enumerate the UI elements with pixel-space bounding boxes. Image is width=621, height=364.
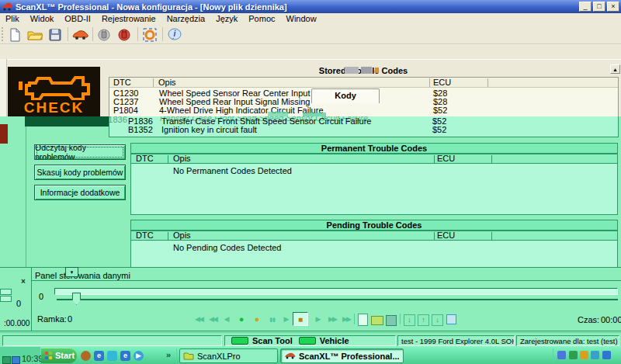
frame-value: 0 (68, 314, 72, 324)
col-header-opis[interactable]: Opis (173, 154, 191, 163)
tab-strip: Diagnostyka Performance Tablice rozdziel… (0, 44, 621, 59)
menu-window[interactable]: Window (281, 13, 322, 24)
clear-codes-button[interactable]: Skasuj kody problemów (34, 165, 126, 180)
stop-button-active[interactable]: ■ (293, 312, 308, 326)
taskbar-button-scanxlpro-folder[interactable]: ScanXLPro (179, 348, 278, 363)
new-file-icon[interactable] (6, 26, 23, 43)
divider (168, 155, 168, 164)
data-control-panel-title: Panel sterowania danymi (35, 271, 130, 280)
menu-obd2[interactable]: OBD-II (59, 13, 96, 24)
export-csv-icon[interactable]: ↓ (404, 314, 415, 326)
skip-to-end-icon[interactable]: ▶▶ (340, 314, 352, 325)
menu-plik[interactable]: Plik (0, 13, 25, 24)
pending-table-body: No Pending Codes Detected (130, 241, 618, 268)
col-header-opis[interactable]: Opis (173, 231, 191, 240)
pause-icon[interactable]: ▮▮ (266, 314, 279, 325)
menu-jezyk[interactable]: Język (210, 13, 243, 24)
rewind-icon[interactable]: ◀◀ (206, 314, 219, 325)
menu-pomoc[interactable]: Pomoc (243, 13, 280, 24)
quicklaunch-ie-icon[interactable]: e (94, 351, 104, 361)
time-value: 00:00 (601, 315, 621, 324)
play-icon[interactable]: ▶ (280, 314, 293, 325)
snapshot-icon[interactable] (446, 314, 456, 324)
tray-volume-icon[interactable] (602, 351, 611, 359)
quicklaunch-chevron-icon[interactable]: » (166, 350, 171, 359)
toolbar-grip[interactable] (2, 27, 5, 41)
col-header-ecu[interactable]: ECU (437, 231, 455, 240)
divider (400, 314, 401, 324)
permanent-table-header: DTC Opis ECU (130, 154, 618, 164)
clear-codes-label: Skasuj kody problemów (37, 168, 123, 177)
fast-forward-icon[interactable]: ▶▶ (326, 314, 338, 325)
tray-shield-icon[interactable] (569, 351, 578, 359)
col-header-ecu[interactable]: ECU (433, 78, 451, 87)
toolbar-divider (162, 27, 163, 41)
divider (31, 280, 621, 281)
tray-network-icon[interactable] (591, 351, 599, 359)
cell-dtc: P1804 (113, 106, 138, 115)
start-button[interactable]: Start (41, 348, 77, 363)
pending-empty-message: No Pending Codes Detected (173, 244, 281, 252)
menu-widok[interactable]: Widok (25, 13, 60, 24)
status-field-registered: Zarejestrowane dla: test (test) (516, 335, 619, 346)
quicklaunch-browser-icon[interactable]: e (120, 351, 130, 361)
tab-kody-problemow[interactable]: Kody problemów (311, 88, 380, 103)
open-file-icon[interactable] (26, 26, 43, 43)
divider (0, 331, 621, 331)
read-codes-button[interactable]: Odczytaj kody problemów (34, 144, 126, 160)
divider (176, 348, 177, 362)
slider-track[interactable] (57, 299, 618, 300)
divider (491, 155, 492, 164)
col-header-dtc[interactable]: DTC (113, 78, 131, 87)
glitch-artifacts (0, 59, 7, 116)
save-log-icon[interactable] (386, 315, 397, 326)
taskbar-button-scanxl-app[interactable]: ScanXL™ Professional... (280, 348, 404, 363)
menu-rejestrowanie[interactable]: Rejestrowanie (96, 13, 161, 24)
quicklaunch-media-icon[interactable] (81, 351, 91, 361)
tray-display-icon[interactable] (557, 351, 566, 359)
col-header-dtc[interactable]: DTC (136, 154, 154, 163)
open-log-icon[interactable] (371, 316, 383, 325)
new-log-icon[interactable] (358, 314, 368, 326)
save-file-icon[interactable] (47, 26, 64, 43)
connect-icon[interactable] (96, 26, 113, 43)
glitch-artifacts: 10:39 (0, 347, 40, 364)
divider (0, 267, 621, 268)
tray-update-icon[interactable] (580, 351, 588, 359)
export-send-icon[interactable]: ↑ (418, 314, 429, 326)
menu-narzedzia[interactable]: Narzędzia (161, 13, 211, 24)
quicklaunch-player-icon[interactable]: ▶ (134, 351, 144, 361)
info-icon[interactable]: i (166, 26, 183, 43)
step-back-icon[interactable]: ◀ (220, 314, 233, 325)
disconnect-icon[interactable] (116, 26, 134, 43)
vehicle-manager-icon[interactable] (71, 26, 88, 43)
marker-icon[interactable]: ● (251, 314, 263, 325)
divider (31, 267, 32, 331)
window-title: ScanXL™ Professional - Nowa konfiguracja… (16, 2, 287, 12)
skip-to-start-icon[interactable]: ◀◀ (193, 314, 205, 325)
col-header-dtc[interactable]: DTC (136, 231, 154, 240)
col-header-opis[interactable]: Opis (158, 78, 176, 87)
dashboard-designer-icon[interactable] (141, 26, 158, 43)
playback-progress-track[interactable] (54, 288, 618, 295)
divider (553, 348, 553, 362)
record-icon[interactable]: ● (235, 314, 248, 325)
export-email-icon[interactable]: ↓ (432, 314, 443, 326)
start-label: Start (55, 351, 75, 360)
additional-info-button[interactable]: Informacje dodatkowe (34, 185, 126, 200)
divider (487, 78, 488, 87)
menubar: Plik Widok OBD-II Rejestrowanie Narzędzi… (0, 13, 621, 24)
restore-button[interactable]: □ (593, 2, 605, 12)
status-field-empty (2, 335, 222, 346)
divider (0, 59, 621, 60)
minimize-button[interactable]: _ (579, 2, 592, 12)
stored-table-header: DTC Opis ECU (109, 78, 618, 88)
quicklaunch-desktop-icon[interactable] (107, 351, 117, 361)
step-forward-icon[interactable]: ▶ (312, 314, 324, 325)
svg-text:i: i (174, 29, 176, 38)
ghost-dropdown-icon: ▼ (65, 267, 78, 277)
scroll-up-icon[interactable]: ▲ (610, 64, 620, 74)
cell-opis: Ignition key in circuit fault (161, 126, 257, 134)
col-header-ecu[interactable]: ECU (437, 154, 455, 163)
close-button[interactable]: × (607, 2, 619, 12)
